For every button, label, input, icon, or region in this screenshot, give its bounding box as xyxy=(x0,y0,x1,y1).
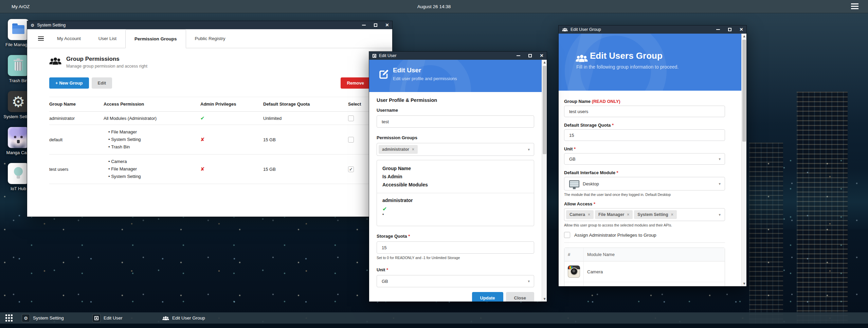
assign-admin-checkbox[interactable]: ✓ xyxy=(564,232,570,238)
module-item: System Setting xyxy=(104,173,198,180)
edit-user-group-titlebar[interactable]: Edit User Group × xyxy=(559,25,746,34)
new-group-button[interactable]: + New Group xyxy=(49,77,89,89)
taskbar-item-edit-user[interactable]: Edit User xyxy=(92,314,123,322)
storage-quota-field[interactable] xyxy=(377,241,534,254)
edit-user-banner: Edit User Edit user profile and permissi… xyxy=(369,60,542,92)
page-subtitle: Manage group permission and access right xyxy=(66,64,147,69)
group-info-field: Accessible Modules xyxy=(382,181,528,189)
page-title: Group Permissions xyxy=(66,56,147,62)
tab-public-registry[interactable]: Public Registry xyxy=(186,29,234,48)
menu-hamburger-icon[interactable] xyxy=(851,3,859,10)
remove-tag-icon[interactable]: × xyxy=(671,212,673,217)
row-select-checkbox[interactable]: ✓ xyxy=(348,166,354,172)
scrollbar-thumb[interactable] xyxy=(543,66,546,154)
module-item: File Manager xyxy=(104,165,198,173)
remove-tag-icon[interactable]: × xyxy=(627,212,629,217)
tag-administrator[interactable]: administrator× xyxy=(379,145,418,154)
taskbar-item-edit-user-group[interactable]: Edit User Group xyxy=(162,315,205,321)
allow-access-multiselect[interactable]: Camera× File Manager× System Setting× ▾ xyxy=(564,208,725,221)
scroll-up-icon[interactable]: ▲ xyxy=(542,60,547,65)
app-launcher-grid-icon[interactable] xyxy=(5,314,13,322)
unit-select[interactable]: GB ▾ xyxy=(564,153,725,165)
scrollbar[interactable]: ▲ ▼ xyxy=(741,34,746,286)
permission-groups-multiselect[interactable]: administrator× ▾ xyxy=(377,143,534,156)
scroll-down-icon[interactable]: ▼ xyxy=(742,281,746,286)
edit-user-group-banner: Edit Users Group Fill in the following g… xyxy=(559,34,741,91)
readonly-note: (READ ONLY) xyxy=(592,99,620,104)
group-name-field[interactable] xyxy=(564,106,725,117)
window-title: Edit User Group xyxy=(571,27,601,32)
allow-access-helper: Allow this user group to access the sele… xyxy=(564,223,725,227)
col-index: # xyxy=(564,248,584,261)
tab-my-account[interactable]: My Account xyxy=(48,29,90,48)
col-select: Select xyxy=(348,97,370,112)
banner-subtitle: Fill in the following group information … xyxy=(576,64,679,70)
module-item: System Setting xyxy=(104,136,198,143)
tag-camera[interactable]: Camera× xyxy=(566,210,594,219)
tag-file-manager[interactable]: File Manager× xyxy=(595,210,633,219)
banner-subtitle: Edit user profile and permissions xyxy=(393,76,457,81)
sidebar-toggle-hamburger-icon[interactable] xyxy=(33,29,48,48)
edit-user-titlebar[interactable]: Edit User × xyxy=(369,52,547,60)
maximize-button[interactable] xyxy=(374,22,377,28)
section-header: Group Permissions Manage group permissio… xyxy=(49,56,370,69)
minimize-button[interactable] xyxy=(517,53,520,58)
default-interface-module-select[interactable]: Desktop ▾ xyxy=(564,177,725,190)
maximize-button[interactable] xyxy=(528,53,532,58)
group-name-cell: default xyxy=(49,125,104,154)
interface-module-helper: The module that the user land once they … xyxy=(564,193,725,197)
minimize-button[interactable] xyxy=(362,22,366,28)
module-item: Trash Bin xyxy=(104,143,198,151)
scrollbar-thumb[interactable] xyxy=(742,40,746,142)
default-interface-module-label: Default Interface Module * xyxy=(564,170,725,175)
module-item: Camera xyxy=(104,158,198,165)
scrollbar[interactable]: ▲ ▼ xyxy=(542,60,547,302)
minimize-button[interactable] xyxy=(716,27,720,32)
default-storage-quota-label: Default Storage Quota * xyxy=(564,123,725,128)
edit-user-form: User Profile & Permission Username Permi… xyxy=(369,92,542,302)
update-button[interactable]: Update xyxy=(472,292,503,302)
table-row xyxy=(564,282,725,286)
remove-tag-icon[interactable]: × xyxy=(412,147,414,152)
close-button[interactable]: × xyxy=(740,27,743,32)
row-select-checkbox[interactable]: ✓ xyxy=(348,115,354,121)
remove-tag-icon[interactable]: × xyxy=(588,212,590,217)
desktop-monitor-icon xyxy=(569,180,579,187)
close-button[interactable]: × xyxy=(540,53,543,58)
tab-permission-groups[interactable]: Permission Groups xyxy=(125,29,186,48)
file-manager-icon xyxy=(8,19,29,40)
tag-system-setting[interactable]: System Setting× xyxy=(634,210,676,219)
clock: August 26 14:38 xyxy=(417,4,451,9)
assign-admin-label: Assign Administrator Privileges to Group xyxy=(574,233,656,238)
default-storage-quota-field[interactable] xyxy=(564,129,725,141)
bottom-strip xyxy=(0,324,868,328)
module-table: # Module Name Camera xyxy=(564,248,725,286)
gear-icon: ⚙ xyxy=(22,314,30,322)
system-setting-tabbar: My Account User List Permission Groups P… xyxy=(27,29,392,48)
system-setting-titlebar[interactable]: ⚙ System Setting × xyxy=(27,21,392,29)
taskbar-item-label: Edit User xyxy=(104,315,123,321)
edit-group-button[interactable]: Edit xyxy=(92,77,112,89)
scroll-up-icon[interactable]: ▲ xyxy=(742,34,746,39)
row-select-checkbox[interactable]: ✓ xyxy=(348,137,354,143)
permission-groups-panel: Group Permissions Manage group permissio… xyxy=(27,48,392,184)
section-title: User Profile & Permission xyxy=(377,97,534,103)
taskbar-item-system-setting[interactable]: ⚙ System Setting xyxy=(22,314,64,322)
scroll-down-icon[interactable]: ▼ xyxy=(542,296,547,302)
tab-user-list[interactable]: User List xyxy=(90,29,125,48)
remove-group-button[interactable]: Remove xyxy=(341,77,370,89)
check-icon: ✔ xyxy=(382,206,528,212)
module-item: File Manager xyxy=(104,128,198,136)
unit-select[interactable]: GB ▾ xyxy=(377,275,534,287)
maximize-button[interactable] xyxy=(728,27,731,32)
close-button[interactable]: × xyxy=(385,22,389,28)
col-access-permission: Access Permission xyxy=(104,97,200,112)
permission-groups-label: Permission Groups xyxy=(377,135,534,140)
col-module-name: Module Name xyxy=(584,248,725,261)
brand-title: My ArOZ xyxy=(12,4,30,9)
banner-title: Edit Users Group xyxy=(590,51,663,61)
assign-admin-row: ✓ Assign Administrator Privileges to Gro… xyxy=(564,232,725,238)
close-form-button[interactable]: Close xyxy=(506,292,534,302)
selected-interface-module: Desktop xyxy=(583,181,599,186)
username-field[interactable] xyxy=(377,115,534,128)
